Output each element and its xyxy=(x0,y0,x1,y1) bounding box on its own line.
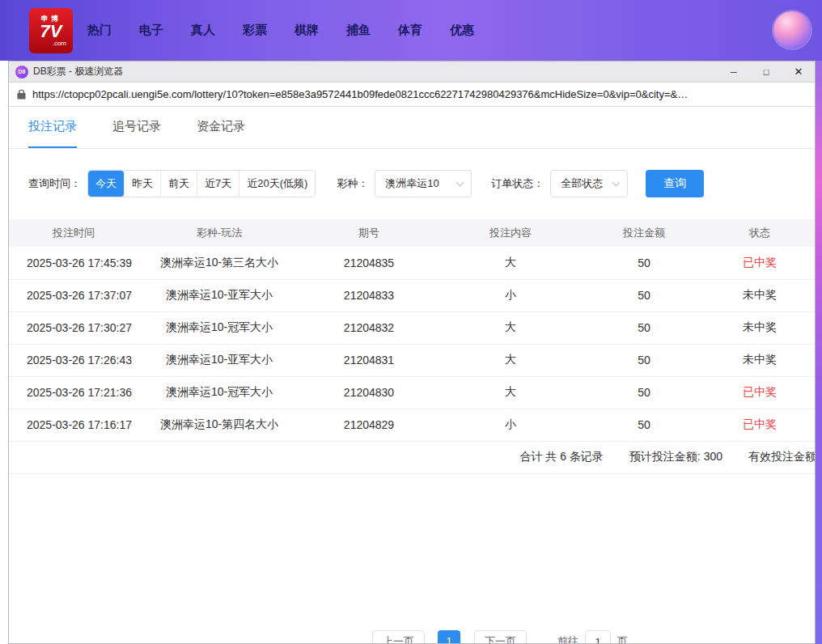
pagination: 上一页 1 下一页 前往 页 xyxy=(372,630,628,643)
play-cell: 澳洲幸运10-冠军大小 xyxy=(138,311,300,344)
bet-time-cell: 2025-03-26 17:16:17 xyxy=(9,409,138,441)
amount-cell: 50 xyxy=(583,344,705,376)
header-play-type: 彩种-玩法 xyxy=(138,219,300,247)
issue-cell: 21204830 xyxy=(300,376,438,409)
nav-item-sports[interactable]: 体育 xyxy=(396,19,424,41)
time-btn-today[interactable]: 今天 xyxy=(88,171,125,197)
content-cell: 小 xyxy=(438,279,583,311)
content-cell: 小 xyxy=(438,409,583,441)
lock-icon xyxy=(17,89,26,100)
play-cell: 澳洲幸运10-第三名大小 xyxy=(138,247,300,279)
site-logo-main-text: 7V xyxy=(40,23,62,40)
window-titlebar[interactable]: D8 DB彩票 - 极速浏览器 ─ □ ✕ xyxy=(9,61,815,83)
search-button[interactable]: 查询 xyxy=(646,170,704,197)
play-cell: 澳洲幸运10-第四名大小 xyxy=(138,409,300,441)
summary-valid: 有效投注金额 xyxy=(748,450,815,464)
table-row: 2025-03-26 17:37:07 澳洲幸运10-亚军大小 21204833… xyxy=(9,279,815,311)
maximize-icon[interactable]: □ xyxy=(750,61,782,82)
play-cell: 澳洲幸运10-亚军大小 xyxy=(138,344,300,376)
issue-cell: 21204829 xyxy=(300,409,438,441)
nav-item-promo[interactable]: 优惠 xyxy=(448,19,476,41)
amount-cell: 50 xyxy=(583,279,705,311)
url-text[interactable]: https://ctopcp02pcali.uengi5e.com/lotter… xyxy=(32,88,688,100)
prev-page-button[interactable]: 上一页 xyxy=(372,630,425,643)
goto-page-input[interactable] xyxy=(585,630,611,643)
issue-cell: 21204832 xyxy=(300,311,438,344)
bet-time-cell: 2025-03-26 17:30:27 xyxy=(9,311,138,344)
tab-fund-records[interactable]: 资金记录 xyxy=(197,107,245,148)
next-page-button[interactable]: 下一页 xyxy=(474,630,527,643)
user-avatar[interactable] xyxy=(773,11,811,49)
amount-cell: 50 xyxy=(583,376,705,409)
nav-item-hot[interactable]: 热门 xyxy=(86,19,113,41)
table-row: 2025-03-26 17:21:36 澳洲幸运10-冠军大小 21204830… xyxy=(9,376,815,409)
main-nav: 热门 电子 真人 彩票 棋牌 捕鱼 体育 优惠 xyxy=(86,19,476,41)
header-content: 投注内容 xyxy=(438,219,583,247)
top-banner: 申博 7V .com 热门 电子 真人 彩票 棋牌 捕鱼 体育 优惠 xyxy=(0,0,822,61)
record-tabs: 投注记录 追号记录 资金记录 xyxy=(9,107,815,149)
time-btn-20days[interactable]: 近20天(低频) xyxy=(239,171,315,197)
status-cell: 已中奖 xyxy=(705,376,815,409)
nav-item-boardgame[interactable]: 棋牌 xyxy=(293,19,320,41)
play-cell: 澳洲幸运10-亚军大小 xyxy=(138,279,300,311)
summary-total: 合计 共 6 条记录 xyxy=(519,450,603,464)
issue-cell: 21204835 xyxy=(300,247,438,279)
header-amount: 投注金额 xyxy=(583,219,705,247)
time-range-group: 今天 昨天 前天 近7天 近20天(低频) xyxy=(87,170,316,197)
status-cell: 未中奖 xyxy=(705,344,815,376)
nav-item-slots[interactable]: 电子 xyxy=(138,19,165,41)
nav-item-live[interactable]: 真人 xyxy=(189,19,217,41)
browser-window: D8 DB彩票 - 极速浏览器 ─ □ ✕ https://ctopcp02pc… xyxy=(8,61,816,644)
filter-bar: 查询时间： 今天 昨天 前天 近7天 近20天(低频) 彩种： 澳洲幸运10 订… xyxy=(28,170,815,197)
issue-cell: 21204833 xyxy=(300,279,438,311)
time-btn-yesterday[interactable]: 昨天 xyxy=(125,171,161,197)
summary-row: 合计 共 6 条记录 预计投注金额: 300 有效投注金额 xyxy=(9,442,815,474)
site-logo[interactable]: 申博 7V .com xyxy=(29,8,73,53)
status-cell: 未中奖 xyxy=(705,311,815,344)
bet-time-cell: 2025-03-26 17:26:43 xyxy=(9,344,138,376)
close-icon[interactable]: ✕ xyxy=(782,61,815,82)
play-cell: 澳洲幸运10-冠军大小 xyxy=(138,376,300,409)
bet-time-cell: 2025-03-26 17:45:39 xyxy=(9,247,138,279)
bet-time-cell: 2025-03-26 17:21:36 xyxy=(9,376,138,409)
table-row: 2025-03-26 17:30:27 澳洲幸运10-冠军大小 21204832… xyxy=(9,311,815,344)
table-row: 2025-03-26 17:26:43 澳洲幸运10-亚军大小 21204831… xyxy=(9,344,815,376)
content-cell: 大 xyxy=(438,311,583,344)
app-favicon-icon: D8 xyxy=(15,66,28,78)
content-cell: 大 xyxy=(438,376,583,409)
bet-time-cell: 2025-03-26 17:37:07 xyxy=(9,279,138,311)
time-btn-daybefore[interactable]: 前天 xyxy=(161,171,197,197)
goto-unit-label: 页 xyxy=(617,634,628,643)
header-status: 状态 xyxy=(705,219,815,247)
lottery-type-label: 彩种： xyxy=(337,176,368,191)
amount-cell: 50 xyxy=(583,409,705,441)
content-cell: 大 xyxy=(438,247,583,279)
tab-bet-records[interactable]: 投注记录 xyxy=(28,107,77,148)
header-issue: 期号 xyxy=(300,219,438,247)
table-row: 2025-03-26 17:45:39 澳洲幸运10-第三名大小 2120483… xyxy=(9,247,815,279)
header-bet-time: 投注时间 xyxy=(9,219,138,247)
goto-label: 前往 xyxy=(557,634,578,643)
minimize-icon[interactable]: ─ xyxy=(718,61,750,82)
amount-cell: 50 xyxy=(583,311,705,344)
address-bar[interactable]: https://ctopcp02pcali.uengi5e.com/lotter… xyxy=(9,83,815,107)
lottery-select-wrap: 澳洲幸运10 xyxy=(375,170,472,197)
nav-item-fishing[interactable]: 捕鱼 xyxy=(345,19,372,41)
status-cell: 未中奖 xyxy=(705,279,815,311)
time-btn-7days[interactable]: 近7天 xyxy=(197,171,239,197)
bet-records-table: 投注时间 彩种-玩法 期号 投注内容 投注金额 状态 2025-03-26 17… xyxy=(9,219,815,442)
page-number-1[interactable]: 1 xyxy=(438,630,460,643)
window-controls: ─ □ ✕ xyxy=(718,61,815,82)
background-strip xyxy=(816,61,822,644)
tab-chase-records[interactable]: 追号记录 xyxy=(112,107,161,148)
table-row: 2025-03-26 17:16:17 澳洲幸运10-第四名大小 2120482… xyxy=(9,409,815,441)
status-cell: 已中奖 xyxy=(705,247,815,279)
nav-item-lottery[interactable]: 彩票 xyxy=(241,19,269,41)
summary-expected: 预计投注金额: 300 xyxy=(629,450,722,464)
page-content: 投注记录 追号记录 资金记录 查询时间： 今天 昨天 前天 近7天 近20天(低… xyxy=(9,107,815,643)
lottery-select-value: 澳洲幸运10 xyxy=(385,176,439,191)
query-time-label: 查询时间： xyxy=(28,176,81,191)
content-cell: 大 xyxy=(438,344,583,376)
status-cell: 已中奖 xyxy=(705,409,815,441)
table-header-row: 投注时间 彩种-玩法 期号 投注内容 投注金额 状态 xyxy=(9,219,815,247)
